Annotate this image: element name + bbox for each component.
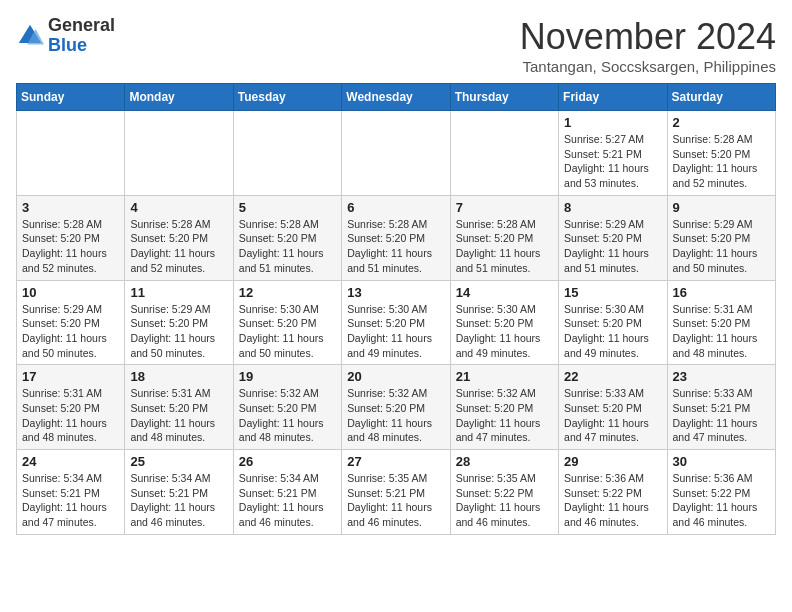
calendar-cell: 4Sunrise: 5:28 AMSunset: 5:20 PMDaylight… xyxy=(125,195,233,280)
calendar-cell: 19Sunrise: 5:32 AMSunset: 5:20 PMDayligh… xyxy=(233,365,341,450)
calendar-cell: 27Sunrise: 5:35 AMSunset: 5:21 PMDayligh… xyxy=(342,450,450,535)
calendar-cell: 5Sunrise: 5:28 AMSunset: 5:20 PMDaylight… xyxy=(233,195,341,280)
day-number: 24 xyxy=(22,454,119,469)
day-info: Sunrise: 5:32 AMSunset: 5:20 PMDaylight:… xyxy=(347,386,444,445)
calendar-cell: 3Sunrise: 5:28 AMSunset: 5:20 PMDaylight… xyxy=(17,195,125,280)
day-number: 5 xyxy=(239,200,336,215)
day-number: 3 xyxy=(22,200,119,215)
day-info: Sunrise: 5:30 AMSunset: 5:20 PMDaylight:… xyxy=(347,302,444,361)
week-row-3: 10Sunrise: 5:29 AMSunset: 5:20 PMDayligh… xyxy=(17,280,776,365)
calendar-cell: 2Sunrise: 5:28 AMSunset: 5:20 PMDaylight… xyxy=(667,111,775,196)
calendar-cell: 15Sunrise: 5:30 AMSunset: 5:20 PMDayligh… xyxy=(559,280,667,365)
day-info: Sunrise: 5:30 AMSunset: 5:20 PMDaylight:… xyxy=(456,302,553,361)
day-info: Sunrise: 5:28 AMSunset: 5:20 PMDaylight:… xyxy=(130,217,227,276)
day-info: Sunrise: 5:34 AMSunset: 5:21 PMDaylight:… xyxy=(239,471,336,530)
day-number: 27 xyxy=(347,454,444,469)
week-row-5: 24Sunrise: 5:34 AMSunset: 5:21 PMDayligh… xyxy=(17,450,776,535)
weekday-header-saturday: Saturday xyxy=(667,84,775,111)
calendar-cell: 25Sunrise: 5:34 AMSunset: 5:21 PMDayligh… xyxy=(125,450,233,535)
day-info: Sunrise: 5:30 AMSunset: 5:20 PMDaylight:… xyxy=(239,302,336,361)
day-number: 26 xyxy=(239,454,336,469)
calendar-cell xyxy=(125,111,233,196)
day-info: Sunrise: 5:31 AMSunset: 5:20 PMDaylight:… xyxy=(673,302,770,361)
day-info: Sunrise: 5:34 AMSunset: 5:21 PMDaylight:… xyxy=(22,471,119,530)
calendar-cell: 16Sunrise: 5:31 AMSunset: 5:20 PMDayligh… xyxy=(667,280,775,365)
day-info: Sunrise: 5:34 AMSunset: 5:21 PMDaylight:… xyxy=(130,471,227,530)
day-info: Sunrise: 5:33 AMSunset: 5:20 PMDaylight:… xyxy=(564,386,661,445)
day-number: 9 xyxy=(673,200,770,215)
day-info: Sunrise: 5:33 AMSunset: 5:21 PMDaylight:… xyxy=(673,386,770,445)
day-info: Sunrise: 5:28 AMSunset: 5:20 PMDaylight:… xyxy=(239,217,336,276)
day-info: Sunrise: 5:28 AMSunset: 5:20 PMDaylight:… xyxy=(456,217,553,276)
day-info: Sunrise: 5:32 AMSunset: 5:20 PMDaylight:… xyxy=(456,386,553,445)
day-number: 2 xyxy=(673,115,770,130)
logo-blue-text: Blue xyxy=(48,35,87,55)
day-number: 14 xyxy=(456,285,553,300)
day-info: Sunrise: 5:27 AMSunset: 5:21 PMDaylight:… xyxy=(564,132,661,191)
calendar-cell: 29Sunrise: 5:36 AMSunset: 5:22 PMDayligh… xyxy=(559,450,667,535)
day-info: Sunrise: 5:36 AMSunset: 5:22 PMDaylight:… xyxy=(673,471,770,530)
calendar-table: SundayMondayTuesdayWednesdayThursdayFrid… xyxy=(16,83,776,535)
logo-general-text: General xyxy=(48,15,115,35)
weekday-header-tuesday: Tuesday xyxy=(233,84,341,111)
logo-icon xyxy=(16,22,44,50)
calendar-cell: 11Sunrise: 5:29 AMSunset: 5:20 PMDayligh… xyxy=(125,280,233,365)
day-number: 28 xyxy=(456,454,553,469)
day-number: 20 xyxy=(347,369,444,384)
day-info: Sunrise: 5:30 AMSunset: 5:20 PMDaylight:… xyxy=(564,302,661,361)
weekday-header-monday: Monday xyxy=(125,84,233,111)
day-number: 4 xyxy=(130,200,227,215)
day-number: 25 xyxy=(130,454,227,469)
logo: General Blue xyxy=(16,16,115,56)
calendar-cell: 22Sunrise: 5:33 AMSunset: 5:20 PMDayligh… xyxy=(559,365,667,450)
calendar-cell: 23Sunrise: 5:33 AMSunset: 5:21 PMDayligh… xyxy=(667,365,775,450)
day-info: Sunrise: 5:29 AMSunset: 5:20 PMDaylight:… xyxy=(130,302,227,361)
day-number: 17 xyxy=(22,369,119,384)
day-number: 30 xyxy=(673,454,770,469)
calendar-cell: 24Sunrise: 5:34 AMSunset: 5:21 PMDayligh… xyxy=(17,450,125,535)
calendar-cell: 7Sunrise: 5:28 AMSunset: 5:20 PMDaylight… xyxy=(450,195,558,280)
location-subtitle: Tantangan, Soccsksargen, Philippines xyxy=(520,58,776,75)
calendar-cell: 1Sunrise: 5:27 AMSunset: 5:21 PMDaylight… xyxy=(559,111,667,196)
calendar-cell: 18Sunrise: 5:31 AMSunset: 5:20 PMDayligh… xyxy=(125,365,233,450)
weekday-header-thursday: Thursday xyxy=(450,84,558,111)
calendar-cell xyxy=(450,111,558,196)
calendar-cell xyxy=(17,111,125,196)
day-info: Sunrise: 5:29 AMSunset: 5:20 PMDaylight:… xyxy=(673,217,770,276)
day-number: 7 xyxy=(456,200,553,215)
day-info: Sunrise: 5:31 AMSunset: 5:20 PMDaylight:… xyxy=(130,386,227,445)
calendar-cell: 20Sunrise: 5:32 AMSunset: 5:20 PMDayligh… xyxy=(342,365,450,450)
day-number: 18 xyxy=(130,369,227,384)
day-number: 22 xyxy=(564,369,661,384)
day-info: Sunrise: 5:32 AMSunset: 5:20 PMDaylight:… xyxy=(239,386,336,445)
day-number: 16 xyxy=(673,285,770,300)
day-info: Sunrise: 5:29 AMSunset: 5:20 PMDaylight:… xyxy=(22,302,119,361)
day-number: 1 xyxy=(564,115,661,130)
day-number: 19 xyxy=(239,369,336,384)
calendar-cell: 21Sunrise: 5:32 AMSunset: 5:20 PMDayligh… xyxy=(450,365,558,450)
weekday-header-sunday: Sunday xyxy=(17,84,125,111)
day-number: 10 xyxy=(22,285,119,300)
day-info: Sunrise: 5:28 AMSunset: 5:20 PMDaylight:… xyxy=(22,217,119,276)
week-row-4: 17Sunrise: 5:31 AMSunset: 5:20 PMDayligh… xyxy=(17,365,776,450)
week-row-2: 3Sunrise: 5:28 AMSunset: 5:20 PMDaylight… xyxy=(17,195,776,280)
weekday-header-wednesday: Wednesday xyxy=(342,84,450,111)
calendar-cell: 12Sunrise: 5:30 AMSunset: 5:20 PMDayligh… xyxy=(233,280,341,365)
calendar-cell: 9Sunrise: 5:29 AMSunset: 5:20 PMDaylight… xyxy=(667,195,775,280)
day-number: 13 xyxy=(347,285,444,300)
page-header: General Blue November 2024 Tantangan, So… xyxy=(16,16,776,75)
day-info: Sunrise: 5:35 AMSunset: 5:21 PMDaylight:… xyxy=(347,471,444,530)
calendar-cell: 28Sunrise: 5:35 AMSunset: 5:22 PMDayligh… xyxy=(450,450,558,535)
day-number: 11 xyxy=(130,285,227,300)
day-info: Sunrise: 5:35 AMSunset: 5:22 PMDaylight:… xyxy=(456,471,553,530)
day-number: 23 xyxy=(673,369,770,384)
calendar-cell: 30Sunrise: 5:36 AMSunset: 5:22 PMDayligh… xyxy=(667,450,775,535)
calendar-cell: 17Sunrise: 5:31 AMSunset: 5:20 PMDayligh… xyxy=(17,365,125,450)
weekday-header-friday: Friday xyxy=(559,84,667,111)
calendar-cell: 6Sunrise: 5:28 AMSunset: 5:20 PMDaylight… xyxy=(342,195,450,280)
day-number: 6 xyxy=(347,200,444,215)
month-title: November 2024 xyxy=(520,16,776,58)
title-block: November 2024 Tantangan, Soccsksargen, P… xyxy=(520,16,776,75)
day-info: Sunrise: 5:28 AMSunset: 5:20 PMDaylight:… xyxy=(347,217,444,276)
weekday-header-row: SundayMondayTuesdayWednesdayThursdayFrid… xyxy=(17,84,776,111)
